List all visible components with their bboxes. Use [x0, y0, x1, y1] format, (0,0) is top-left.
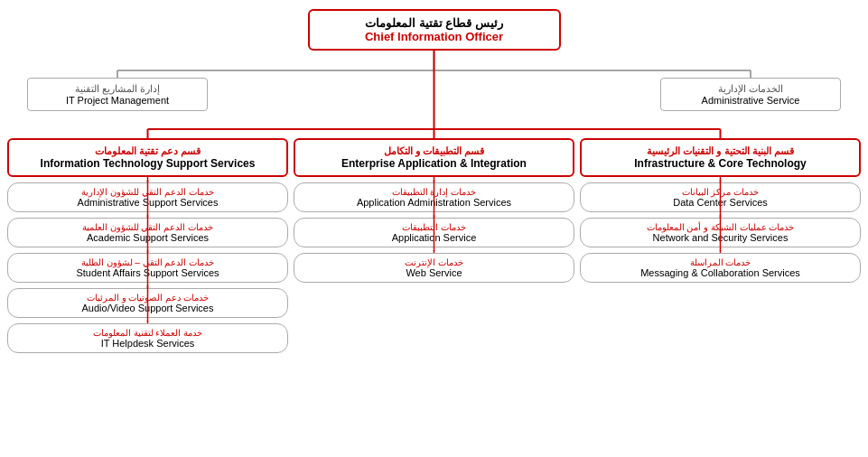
left-side-node: إدارة المشاريع التقنية IT Project Manage… — [27, 78, 208, 111]
s1c0-en: Administrative Support Services — [17, 197, 278, 208]
s3c0-en: Data Center Services — [590, 197, 851, 208]
it-pm-arabic: إدارة المشاريع التقنية — [37, 83, 198, 95]
sec3-arabic: قسم البنية التحتية و التقنيات الرئيسية — [591, 145, 850, 157]
admin-svc-arabic: الخدمات الإدارية — [670, 83, 831, 95]
s1c4-en: IT Helpdesk Services — [17, 338, 278, 349]
s3c2-en: Messaging & Collaboration Services — [590, 267, 851, 278]
sec2-arabic: قسم التطبيقات و التكامل — [304, 145, 564, 157]
enterprise-app-section-node: قسم التطبيقات و التكامل Enterprise Appli… — [294, 138, 574, 177]
sec1-children: خدمات الدعم التقي للشؤون الإدارية Admini… — [7, 182, 288, 353]
admin-svc-english: Administrative Service — [670, 95, 831, 106]
s1c1-ar: خدمات الدعم التقي للشؤون العلمية — [17, 222, 278, 232]
student-affairs-svc-node: خدمات الدعم التقي – لشؤون الطلبة Student… — [7, 253, 288, 283]
it-project-mgmt-node: إدارة المشاريع التقنية IT Project Manage… — [27, 78, 208, 111]
sec1-arabic: قسم دعم تقتية المعلومات — [18, 145, 277, 157]
it-support-section-node: قسم دعم تقتية المعلومات Information Tech… — [7, 138, 288, 177]
s1c2-en: Student Affairs Support Services — [17, 267, 278, 278]
s2c2-en: Web Service — [303, 267, 565, 278]
s2c2-ar: خدمات الإنترنت — [303, 257, 565, 267]
section-1-col: قسم دعم تقتية المعلومات Information Tech… — [7, 138, 288, 353]
network-security-svc-node: خدمات عمليات الشبكة و أمن المعلومات Netw… — [580, 218, 861, 247]
s2c1-en: Application Service — [303, 232, 565, 243]
admin-service-node: الخدمات الإدارية Administrative Service — [660, 78, 841, 111]
row-sections: قسم دعم تقتية المعلومات Information Tech… — [0, 138, 868, 353]
s3c2-ar: خدمات المراسلة — [590, 257, 851, 267]
cio-arabic: رئيس قطاع تقتية المعلومات — [321, 16, 548, 30]
row-second: إدارة المشاريع التقنية IT Project Manage… — [0, 78, 868, 111]
s1c0-ar: خدمات الدعم التقي للشؤون الإدارية — [17, 187, 278, 197]
sec2-english: Enterprise Application & Integration — [304, 157, 564, 170]
row-top: رئيس قطاع تقتية المعلومات Chief Informat… — [0, 0, 868, 51]
academic-support-svc-node: خدمات الدعم التقي للشؤون العلمية Academi… — [7, 218, 288, 247]
s1c3-ar: خدمات دعم الصوتيات و المرئيات — [17, 293, 278, 303]
s1c4-ar: خدمة العملاء لتقنية المعلومات — [17, 328, 278, 338]
s3c1-ar: خدمات عمليات الشبكة و أمن المعلومات — [590, 222, 851, 232]
s2c1-ar: خدمات التطبيقات — [303, 222, 565, 232]
s1c1-en: Academic Support Services — [17, 232, 278, 243]
s3c1-en: Network and Security Services — [590, 232, 851, 243]
admin-support-svc-node: خدمات الدعم التقي للشؤون الإدارية Admini… — [7, 182, 288, 212]
sec3-english: Infrastructure & Core Technology — [591, 157, 850, 170]
sec3-children: خدمات مركز البيانات Data Center Services… — [580, 182, 861, 283]
web-svc-node: خدمات الإنترنت Web Service — [294, 253, 574, 283]
s1c3-en: Audio/Video Support Services — [17, 303, 278, 313]
org-chart: رئيس قطاع تقتية المعلومات Chief Informat… — [0, 0, 868, 362]
s3c0-ar: خدمات مركز البيانات — [590, 187, 851, 197]
section-2-col: قسم التطبيقات و التكامل Enterprise Appli… — [294, 138, 574, 283]
sec2-children: خدمات إدارة التطبيقات Application Admini… — [294, 182, 574, 283]
right-side-node: الخدمات الإدارية Administrative Service — [660, 78, 841, 111]
s2c0-ar: خدمات إدارة التطبيقات — [303, 187, 565, 197]
app-admin-svc-node: خدمات إدارة التطبيقات Application Admini… — [294, 182, 574, 212]
helpdesk-svc-node: خدمة العملاء لتقنية المعلومات IT Helpdes… — [7, 323, 288, 353]
app-svc-node: خدمات التطبيقات Application Service — [294, 218, 574, 247]
sec1-english: Information Technology Support Services — [18, 157, 277, 170]
datacenter-svc-node: خدمات مركز البيانات Data Center Services — [580, 182, 861, 212]
section-3-col: قسم البنية التحتية و التقنيات الرئيسية I… — [580, 138, 861, 283]
infra-section-node: قسم البنية التحتية و التقنيات الرئيسية I… — [580, 138, 861, 177]
messaging-svc-node: خدمات المراسلة Messaging & Collaboration… — [580, 253, 861, 283]
s2c0-en: Application Administration Services — [303, 197, 565, 208]
it-pm-english: IT Project Management — [37, 95, 198, 106]
cio-node: رئيس قطاع تقتية المعلومات Chief Informat… — [308, 9, 561, 51]
av-support-svc-node: خدمات دعم الصوتيات و المرئيات Audio/Vide… — [7, 288, 288, 318]
s1c2-ar: خدمات الدعم التقي – لشؤون الطلبة — [17, 257, 278, 267]
cio-english: Chief Information Officer — [321, 30, 548, 43]
